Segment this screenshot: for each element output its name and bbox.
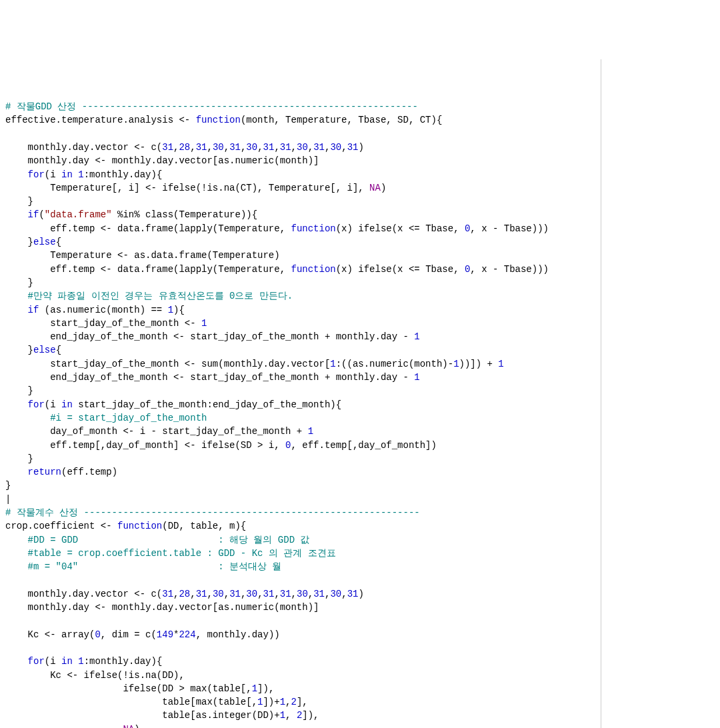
margin-divider	[601, 59, 601, 728]
code-editor: # 작물GDD 산정 -----------------------------…	[5, 59, 715, 728]
code-content: # 작물GDD 산정 -----------------------------…	[5, 100, 715, 728]
